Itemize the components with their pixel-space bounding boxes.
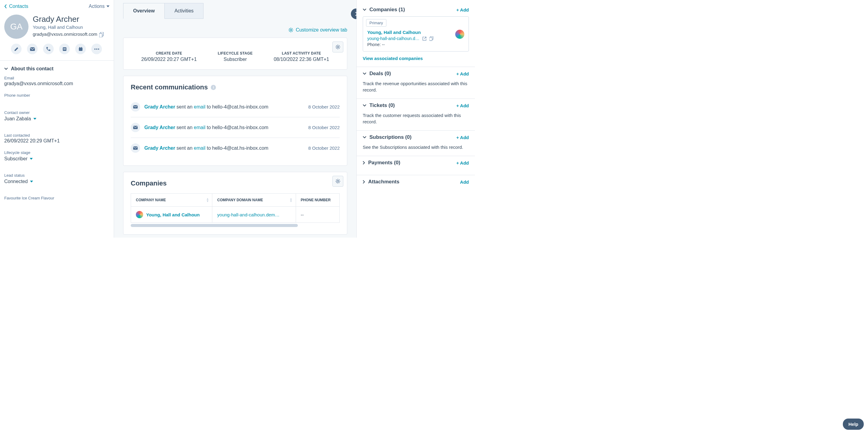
view-companies-link[interactable]: View associated companies	[363, 56, 423, 61]
left-sidebar: Contacts Actions GA Grady Archer Young, …	[0, 0, 114, 238]
tab-overview[interactable]: Overview	[123, 3, 165, 19]
more-actions-button[interactable]	[91, 44, 102, 54]
communication-row[interactable]: Grady Archer sent an email to hello-4@ca…	[131, 117, 340, 138]
tickets-add-button[interactable]: + Add	[456, 103, 469, 108]
contact-company: Young, Hall and Calhoun	[33, 25, 104, 30]
info-icon[interactable]: i	[211, 85, 216, 90]
company-card-name[interactable]: Young, Hall and Calhoun	[367, 30, 433, 35]
primary-badge: Primary	[366, 19, 386, 27]
companies-card-title: Companies	[131, 179, 167, 187]
flavour-field-label: Favourite Ice Cream Flavour	[4, 196, 110, 200]
tab-activities[interactable]: Activities	[165, 3, 204, 19]
about-section-title: About this contact	[11, 66, 53, 71]
copy-icon[interactable]	[99, 32, 104, 37]
company-row-name[interactable]: Young, Hall and Calhoun	[146, 212, 199, 217]
about-section-toggle[interactable]: About this contact	[0, 61, 114, 76]
col-company-domain[interactable]: COMPANY DOMAIN NAME ▲▼	[212, 194, 296, 207]
col-phone-number[interactable]: PHONE NUMBER	[296, 194, 340, 207]
note-action-button[interactable]	[11, 44, 22, 54]
actions-label: Actions	[89, 4, 105, 9]
payments-section-toggle[interactable]: Payments (0)	[363, 160, 400, 166]
subscriptions-add-button[interactable]: + Add	[456, 135, 469, 140]
caret-down-icon	[33, 118, 36, 120]
caret-down-icon	[30, 180, 33, 182]
companies-settings-button[interactable]	[332, 176, 343, 187]
table-row[interactable]: Young, Hall and Calhoun young-hall-and-c…	[131, 207, 340, 223]
copy-icon[interactable]	[429, 36, 433, 41]
back-label: Contacts	[9, 4, 28, 9]
communication-row[interactable]: Grady Archer sent an email to hello-4@ca…	[131, 97, 340, 117]
sort-icon: ▲▼	[290, 198, 293, 202]
email-icon	[131, 102, 140, 111]
chevron-right-icon	[363, 161, 365, 165]
customize-overview-link[interactable]: Customize overview tab	[296, 27, 347, 33]
chevron-down-icon	[363, 72, 366, 75]
back-contacts-link[interactable]: Contacts	[4, 4, 28, 9]
tickets-section-toggle[interactable]: Tickets (0)	[363, 102, 395, 108]
create-date-label: CREATE DATE	[141, 51, 197, 56]
last-contacted-label: Last contacted	[4, 133, 110, 138]
col-company-name[interactable]: COMPANY NAME ▲▼	[131, 194, 212, 207]
companies-add-button[interactable]: + Add	[456, 7, 469, 12]
chevron-down-icon	[363, 104, 366, 107]
deals-add-button[interactable]: + Add	[456, 71, 469, 76]
attachments-add-button[interactable]: Add	[460, 179, 469, 185]
communications-title: Recent communications	[131, 84, 208, 91]
summary-card: CREATE DATE 26/09/2022 20:27 GMT+1 LIFEC…	[123, 38, 347, 70]
actions-menu[interactable]: Actions	[89, 4, 110, 9]
lead-status-value[interactable]: Connected	[4, 178, 33, 185]
communication-email-link[interactable]: email	[194, 125, 205, 130]
chevron-down-icon	[363, 136, 366, 138]
owner-field-value[interactable]: Juan Zabala	[4, 115, 36, 122]
lead-status-label: Lead status	[4, 173, 110, 177]
last-contacted-value: 26/09/2022 20:29 GMT+1	[4, 138, 110, 145]
email-field-label: Email	[4, 76, 110, 80]
contact-avatar[interactable]: GA	[4, 14, 29, 39]
attachments-section-toggle[interactable]: Attachments	[363, 179, 399, 185]
collapse-right-button[interactable]	[351, 8, 356, 19]
deals-section-toggle[interactable]: Deals (0)	[363, 71, 391, 77]
call-action-button[interactable]	[43, 44, 54, 54]
communication-sender[interactable]: Grady Archer	[144, 145, 175, 151]
task-action-button[interactable]	[75, 44, 86, 54]
email-icon	[131, 143, 140, 153]
svg-rect-8	[81, 47, 82, 48]
communications-card: Recent communications i Grady Archer sen…	[123, 76, 347, 166]
companies-card: Companies COMPANY NAME ▲▼ COMPANY DOMAIN…	[123, 172, 347, 235]
external-link-icon[interactable]	[423, 37, 426, 41]
communication-email-link[interactable]: email	[194, 104, 205, 109]
chevron-left-icon	[4, 4, 7, 8]
caret-down-icon	[106, 5, 110, 7]
summary-settings-button[interactable]	[332, 41, 343, 53]
log-action-button[interactable]	[59, 44, 70, 54]
communication-text: Grady Archer sent an email to hello-4@ca…	[144, 104, 304, 110]
company-row-domain[interactable]: young-hall-and-calhoun.dem…	[212, 207, 296, 223]
svg-point-12	[290, 29, 292, 31]
company-card-domain[interactable]: young-hall-and-calhoun.d…	[367, 36, 420, 41]
right-sidebar: Companies (1) + Add Primary Young, Hall …	[356, 0, 475, 238]
lifecycle-stage-value: Subscriber	[218, 57, 253, 62]
chevron-right-icon	[363, 180, 365, 183]
communication-email-link[interactable]: email	[194, 145, 205, 151]
chevron-down-icon	[363, 8, 366, 11]
contact-name: Grady Archer	[33, 14, 104, 24]
communication-row[interactable]: Grady Archer sent an email to hello-4@ca…	[131, 138, 340, 158]
subscriptions-description: See the Subscriptions associated with th…	[363, 144, 469, 150]
last-activity-label: LAST ACTIVITY DATE	[274, 51, 329, 56]
company-row-phone: --	[296, 207, 340, 223]
email-action-button[interactable]	[27, 44, 38, 54]
company-logo-icon	[136, 211, 143, 218]
svg-rect-6	[79, 47, 83, 51]
horizontal-scrollbar[interactable]	[131, 224, 298, 227]
subscriptions-section-toggle[interactable]: Subscriptions (0)	[363, 134, 411, 140]
svg-point-17	[337, 180, 339, 182]
lifecycle-field-label: Lifecycle stage	[4, 150, 110, 155]
communication-sender[interactable]: Grady Archer	[144, 125, 175, 130]
email-field-value[interactable]: gradya@vxsvs.onmicrosoft.com	[4, 81, 110, 88]
phone-field-value[interactable]	[4, 98, 110, 105]
lifecycle-field-value[interactable]: Subscriber	[4, 156, 33, 162]
payments-add-button[interactable]: + Add	[456, 160, 469, 165]
companies-section-toggle[interactable]: Companies (1)	[363, 7, 405, 13]
svg-rect-2	[30, 47, 35, 51]
communication-sender[interactable]: Grady Archer	[144, 104, 175, 109]
